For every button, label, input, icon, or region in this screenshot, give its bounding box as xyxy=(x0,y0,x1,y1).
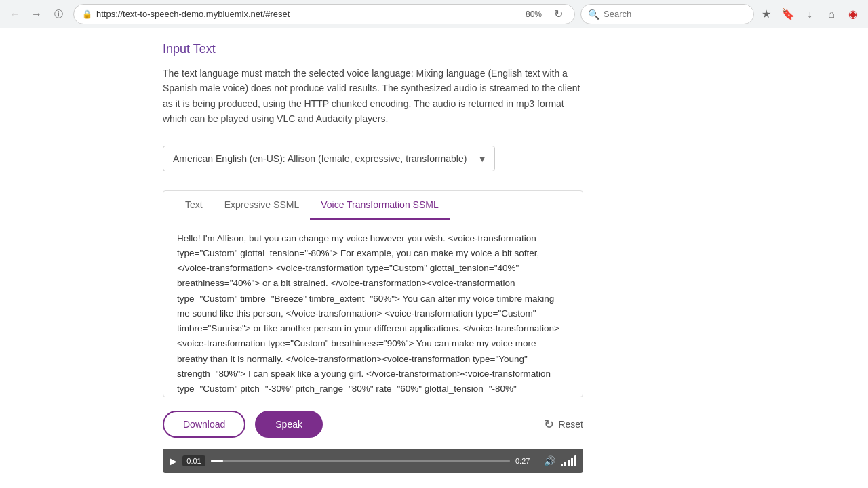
download-button[interactable]: Download xyxy=(163,411,245,438)
current-time: 0:01 xyxy=(182,455,205,466)
vol-bar-2 xyxy=(564,462,566,466)
nav-buttons: ← → ⓘ xyxy=(5,5,68,24)
page-content: Input Text The text language must match … xyxy=(0,28,868,488)
action-row: Download Speak ↻ Reset xyxy=(163,411,583,438)
voice-select[interactable]: American English (en-US): Allison (femal… xyxy=(163,146,495,171)
info-button[interactable]: ⓘ xyxy=(49,5,68,24)
description-text: The text language must match the selecte… xyxy=(163,66,583,127)
search-icon: 🔍 xyxy=(588,9,599,20)
reset-label: Reset xyxy=(558,419,583,430)
search-input[interactable] xyxy=(604,9,747,19)
volume-icon: 🔊 xyxy=(544,455,555,466)
zoom-level[interactable]: 80% xyxy=(521,8,546,20)
play-button[interactable]: ▶ xyxy=(170,455,177,466)
audio-player: ▶ 0:01 0:27 🔊 xyxy=(163,449,583,473)
pocket-button[interactable]: ◉ xyxy=(844,5,863,24)
tab-panel: Text Expressive SSML Voice Transformatio… xyxy=(163,190,583,397)
tab-expressive-ssml[interactable]: Expressive SSML xyxy=(214,191,310,220)
search-bar: 🔍 xyxy=(580,4,754,24)
toolbar-icons: 🔍 ★ 🔖 ↓ ⌂ ◉ xyxy=(580,4,863,24)
action-left: Download Speak xyxy=(163,411,323,438)
star-button[interactable]: ★ xyxy=(757,5,776,24)
select-container: American English (en-US): Allison (femal… xyxy=(163,146,495,171)
lock-icon: 🔒 xyxy=(82,9,92,19)
download-toolbar-button[interactable]: ↓ xyxy=(800,5,819,24)
tab-text[interactable]: Text xyxy=(174,191,214,220)
bookmark-button[interactable]: 🔖 xyxy=(778,5,797,24)
volume-bars xyxy=(561,455,576,466)
tab-bar: Text Expressive SSML Voice Transformatio… xyxy=(163,191,583,220)
tab-content-area: Hello! I'm Allison, but you can change m… xyxy=(163,220,583,396)
voice-select-wrapper: American English (en-US): Allison (femal… xyxy=(163,146,502,171)
forward-button[interactable]: → xyxy=(27,5,46,24)
vol-bar-4 xyxy=(571,458,573,466)
home-button[interactable]: ⌂ xyxy=(822,5,841,24)
progress-fill xyxy=(211,460,223,462)
vol-bar-1 xyxy=(561,464,563,466)
total-time: 0:27 xyxy=(515,457,538,465)
tab-content-text: Hello! I'm Allison, but you can change m… xyxy=(177,231,569,396)
back-button[interactable]: ← xyxy=(5,5,24,24)
section-title: Input Text xyxy=(163,42,705,56)
browser-chrome: ← → ⓘ 🔒 80% ↻ 🔍 ★ 🔖 ↓ ⌂ ◉ xyxy=(0,0,868,28)
reload-button[interactable]: ↻ xyxy=(550,6,566,22)
tab-voice-transformation-ssml[interactable]: Voice Transformation SSML xyxy=(310,191,450,220)
url-input[interactable] xyxy=(96,9,517,19)
vol-bar-5 xyxy=(574,455,576,466)
address-bar: 🔒 80% ↻ xyxy=(73,4,575,24)
reset-icon: ↻ xyxy=(544,417,554,432)
speak-button[interactable]: Speak xyxy=(255,411,323,438)
progress-bar[interactable] xyxy=(211,460,510,462)
reset-button[interactable]: ↻ Reset xyxy=(544,417,583,432)
vol-bar-3 xyxy=(568,460,570,466)
